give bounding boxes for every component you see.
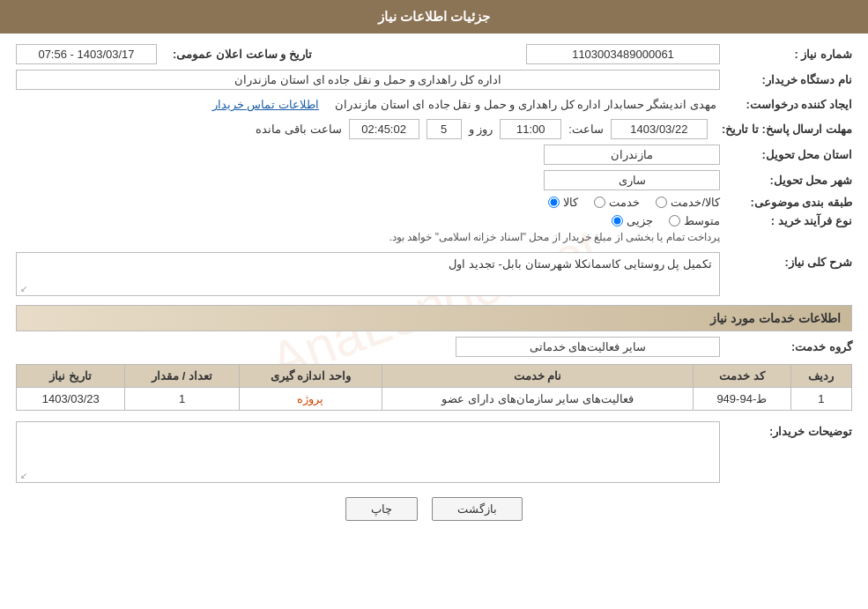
category-kala-label: کالا [563, 196, 578, 209]
purchase-type-motavasset[interactable]: متوسط [669, 214, 720, 227]
buyer-description-label: توضیحات خریدار: [729, 421, 852, 438]
remaining-label: ساعت باقی مانده [256, 123, 341, 136]
category-option-khedmat[interactable]: خدمت [594, 196, 640, 209]
col-header-code: کد خدمت [693, 365, 790, 388]
delivery-city-label: شهر محل تحویل: [729, 174, 852, 187]
need-number-value: 1103003489000061 [526, 44, 720, 64]
category-kala-khedmat-label: کالا/خدمت [671, 196, 720, 209]
table-cell-row: 1 [790, 388, 851, 411]
services-table: ردیف کد خدمت نام خدمت واحد اندازه گیری ت… [16, 364, 852, 411]
page-header: جزئیات اطلاعات نیاز [0, 0, 868, 33]
contact-link[interactable]: اطلاعات تماس خریدار [209, 95, 323, 114]
service-group-label: گروه خدمت: [729, 340, 852, 353]
purchase-type-jozei[interactable]: جزیی [612, 214, 653, 227]
deadline-days: 5 [427, 119, 462, 139]
col-header-quantity: تعداد / مقدار [125, 365, 239, 388]
table-cell-date: 1403/03/23 [17, 388, 125, 411]
table-cell-name: فعالیت‌های سایر سازمان‌های دارای عضو [382, 388, 694, 411]
purchase-jozei-label: جزیی [627, 214, 653, 227]
purchase-type-note: پرداخت تمام یا بخشی از مبلغ خریدار از مح… [389, 231, 720, 243]
table-row: 1ط-94-949فعالیت‌های سایر سازمان‌های دارا… [17, 388, 852, 411]
need-number-label: شماره نیاز : [729, 48, 852, 61]
buyer-org-label: نام دستگاه خریدار: [729, 73, 852, 86]
category-label: طبقه بندی موضوعی: [729, 196, 852, 209]
delivery-province-value: مازندران [544, 145, 720, 165]
creator-value: مهدی اندیشگر حسابدار اداره کل راهداری و … [331, 95, 720, 114]
category-option-kala-khedmat[interactable]: کالا/خدمت [656, 196, 720, 209]
deadline-date: 1403/03/22 [611, 119, 708, 139]
deadline-time-label: ساعت: [568, 123, 604, 136]
back-button[interactable]: بازگشت [432, 497, 523, 521]
buyer-org-value: اداره کل راهداری و حمل و نقل جاده ای است… [16, 70, 720, 90]
need-description-label: شرح کلی نیاز: [729, 252, 852, 269]
creator-label: ایجاد کننده درخواست: [729, 98, 852, 111]
remaining-time: 02:45:02 [349, 119, 419, 139]
print-button[interactable]: چاپ [345, 497, 418, 521]
deadline-days-label: روز و [469, 123, 493, 136]
delivery-province-label: استان محل تحویل: [729, 148, 852, 161]
deadline-time: 11:00 [500, 119, 561, 139]
table-cell-quantity: 1 [125, 388, 239, 411]
purchase-type-label: نوع فرآیند خرید : [729, 214, 852, 227]
table-cell-unit: پروژه [239, 388, 382, 411]
col-header-date: تاریخ نیاز [17, 365, 125, 388]
purchase-motavasset-label: متوسط [684, 214, 720, 227]
col-header-row: ردیف [790, 365, 851, 388]
table-cell-code: ط-94-949 [693, 388, 790, 411]
delivery-city-value: ساری [544, 170, 720, 190]
announce-date-label: تاریخ و ساعت اعلان عمومی: [166, 48, 312, 61]
category-option-kala[interactable]: کالا [548, 196, 578, 209]
purchase-type-radio-group: متوسط جزیی [389, 214, 720, 227]
deadline-label: مهلت ارسال پاسخ: تا تاریخ: [715, 123, 852, 136]
announce-date-value: 1403/03/17 - 07:56 [16, 44, 157, 64]
service-group-value: سایر فعالیت‌های خدماتی [456, 337, 720, 357]
action-buttons: بازگشت چاپ [16, 497, 852, 521]
need-description-value: تکمیل پل روستایی کاسمانکلا شهرستان بابل-… [449, 257, 712, 271]
category-khedmat-label: خدمت [609, 196, 640, 209]
services-section-header: اطلاعات خدمات مورد نیاز [16, 305, 852, 331]
col-header-name: نام خدمت [382, 365, 694, 388]
category-radio-group: کالا/خدمت خدمت کالا [548, 196, 720, 209]
col-header-unit: واحد اندازه گیری [239, 365, 382, 388]
